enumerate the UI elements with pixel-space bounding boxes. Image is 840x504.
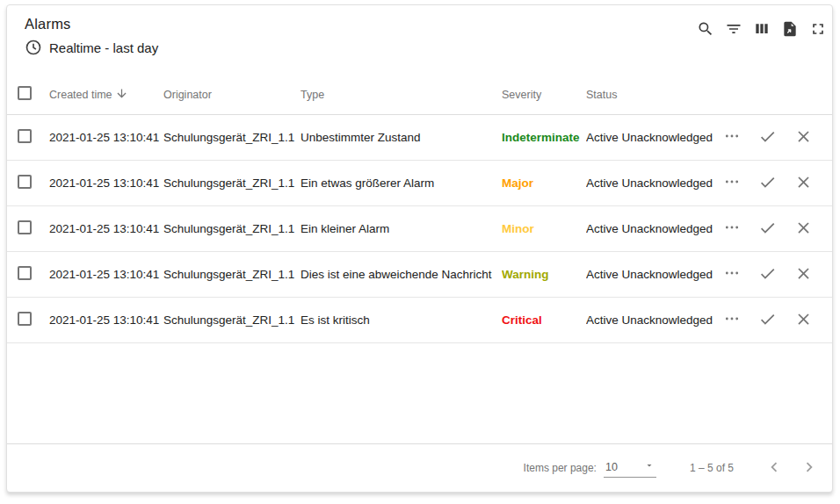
more-horizontal-icon (723, 173, 741, 193)
clear-alarm-button[interactable] (794, 173, 813, 194)
severity-cell: Indeterminate (502, 131, 586, 144)
status-cell: Active Unacknowledged (586, 176, 713, 190)
status-cell: Active Unacknowledged (586, 131, 713, 144)
column-header-type[interactable]: Type (301, 89, 502, 101)
clear-alarm-button[interactable] (794, 310, 813, 331)
row-checkbox[interactable] (18, 175, 32, 189)
created-time-cell: 2021-01-25 13:10:41 (49, 131, 163, 144)
more-horizontal-icon (723, 310, 741, 330)
type-cell: Dies ist eine abweichende Nachricht (301, 268, 502, 281)
acknowledge-alarm-button[interactable] (758, 264, 777, 285)
close-icon (794, 310, 813, 331)
status-cell: Active Unacknowledged (586, 268, 713, 281)
sort-desc-icon (115, 87, 128, 103)
close-icon (794, 173, 813, 194)
row-checkbox[interactable] (18, 312, 32, 326)
type-cell: Unbestimmter Zustand (301, 131, 502, 144)
table-row[interactable]: 2021-01-25 13:10:41 Schulungsgerät_ZRI_1… (7, 115, 832, 161)
timewindow[interactable]: Realtime - last day (25, 39, 158, 56)
alarm-details-button[interactable] (723, 219, 741, 239)
severity-cell: Minor (502, 222, 586, 235)
column-header-label: Type (301, 89, 324, 101)
filter-button[interactable] (723, 19, 744, 40)
alarm-details-button[interactable] (723, 264, 741, 284)
search-button[interactable] (695, 19, 716, 40)
row-checkbox[interactable] (18, 129, 32, 143)
column-header-label: Status (586, 89, 617, 101)
acknowledge-alarm-button[interactable] (758, 310, 777, 331)
severity-cell: Warning (502, 268, 586, 281)
column-header-originator[interactable]: Originator (163, 89, 301, 101)
search-icon (697, 20, 714, 40)
fullscreen-icon (809, 20, 827, 40)
widget-header: Alarms Realtime - last day (7, 5, 832, 75)
page-range-label: 1 – 5 of 5 (690, 462, 734, 474)
clear-alarm-button[interactable] (794, 219, 813, 240)
alarm-details-button[interactable] (723, 310, 741, 330)
alarms-widget: Alarms Realtime - last day (6, 4, 833, 493)
page-size-value: 10 (605, 461, 618, 473)
page-size-select[interactable]: 10 (604, 458, 656, 478)
items-per-page-label: Items per page: (524, 462, 597, 474)
more-horizontal-icon (723, 264, 741, 284)
column-header-label: Created time (49, 89, 112, 101)
column-header-severity[interactable]: Severity (502, 89, 586, 101)
originator-cell: Schulungsgerät_ZRI_1.1 (163, 131, 301, 144)
originator-cell: Schulungsgerät_ZRI_1.1 (163, 222, 301, 235)
alarm-details-button[interactable] (723, 127, 741, 148)
filter-icon (725, 20, 742, 40)
table-empty-space (7, 343, 832, 443)
export-button[interactable] (779, 19, 800, 40)
table-row[interactable]: 2021-01-25 13:10:41 Schulungsgerät_ZRI_1… (7, 252, 832, 298)
type-cell: Es ist kritisch (301, 313, 502, 327)
originator-cell: Schulungsgerät_ZRI_1.1 (163, 268, 301, 281)
columns-button[interactable] (751, 19, 772, 40)
close-icon (794, 264, 813, 285)
clock-icon (25, 39, 42, 56)
chevron-left-icon (764, 457, 784, 479)
dropdown-arrow-icon (644, 460, 655, 473)
timewindow-label: Realtime - last day (49, 40, 158, 55)
table-row[interactable]: 2021-01-25 13:10:41 Schulungsgerät_ZRI_1… (7, 298, 832, 343)
created-time-cell: 2021-01-25 13:10:41 (49, 222, 163, 235)
more-horizontal-icon (723, 127, 741, 148)
previous-page-button[interactable] (764, 457, 785, 479)
alarm-details-button[interactable] (723, 173, 741, 193)
fullscreen-button[interactable] (807, 19, 829, 40)
created-time-cell: 2021-01-25 13:10:41 (49, 176, 163, 190)
acknowledge-alarm-button[interactable] (758, 219, 777, 240)
check-icon (758, 173, 777, 194)
acknowledge-alarm-button[interactable] (758, 173, 777, 194)
table-body: 2021-01-25 13:10:41 Schulungsgerät_ZRI_1… (7, 115, 832, 343)
export-icon (781, 20, 799, 40)
column-header-created-time[interactable]: Created time (49, 87, 163, 103)
status-cell: Active Unacknowledged (586, 313, 713, 327)
table-row[interactable]: 2021-01-25 13:10:41 Schulungsgerät_ZRI_1… (7, 161, 832, 206)
clear-alarm-button[interactable] (794, 127, 813, 148)
columns-icon (753, 20, 771, 40)
type-cell: Ein etwas größerer Alarm (301, 176, 502, 190)
clear-alarm-button[interactable] (794, 264, 813, 285)
select-all-checkbox[interactable] (18, 86, 32, 100)
paginator: Items per page: 10 1 – 5 of 5 (7, 443, 832, 492)
table-row[interactable]: 2021-01-25 13:10:41 Schulungsgerät_ZRI_1… (7, 206, 832, 252)
close-icon (794, 127, 813, 148)
originator-cell: Schulungsgerät_ZRI_1.1 (163, 176, 301, 190)
column-header-status[interactable]: Status (586, 89, 713, 101)
status-cell: Active Unacknowledged (586, 222, 713, 235)
severity-cell: Major (502, 176, 586, 190)
widget-actions (695, 16, 829, 40)
check-icon (758, 219, 777, 240)
acknowledge-alarm-button[interactable] (758, 127, 777, 148)
next-page-button[interactable] (799, 457, 820, 479)
severity-cell: Critical (502, 313, 586, 327)
row-checkbox[interactable] (18, 220, 32, 234)
type-cell: Ein kleiner Alarm (301, 222, 502, 235)
check-icon (758, 127, 777, 148)
chevron-right-icon (800, 457, 819, 479)
row-checkbox[interactable] (18, 266, 32, 280)
close-icon (794, 219, 813, 240)
check-icon (758, 310, 777, 331)
originator-cell: Schulungsgerät_ZRI_1.1 (163, 313, 301, 327)
column-header-label: Severity (502, 89, 541, 101)
